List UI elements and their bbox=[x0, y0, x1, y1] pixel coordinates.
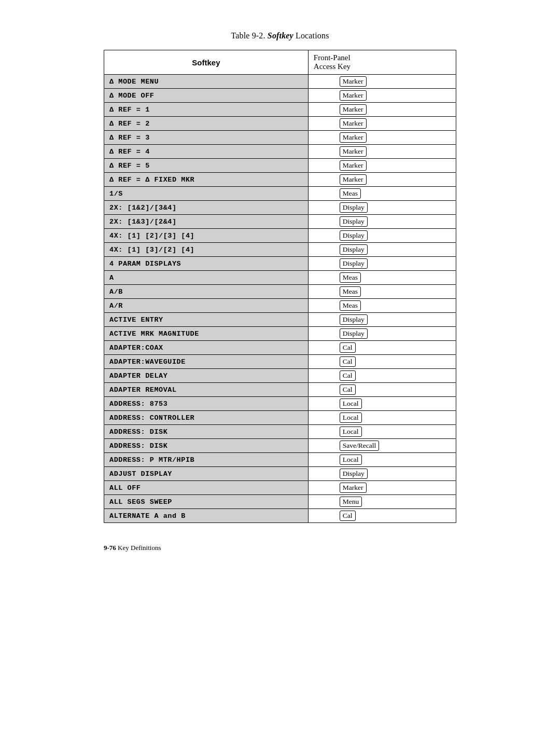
softkey-cell: Δ MODE OFF bbox=[104, 89, 309, 103]
softkey-cell: 4X: [1] [2]/[3] [4] bbox=[104, 229, 309, 243]
access-key-cell: Marker bbox=[308, 481, 456, 495]
access-key-cell: Display bbox=[308, 313, 456, 327]
key-badge: Meas bbox=[340, 286, 361, 297]
access-key-cell: Local bbox=[308, 411, 456, 425]
softkey-cell: ADDRESS: CONTROLLER bbox=[104, 411, 309, 425]
key-badge: Meas bbox=[340, 272, 361, 283]
title-prefix: Table 9-2. bbox=[231, 31, 265, 40]
softkey-cell: ACTIVE MRK MAGNITUDE bbox=[104, 327, 309, 341]
access-key-cell: Marker bbox=[308, 75, 456, 89]
key-badge: Cal bbox=[340, 511, 356, 521]
title-bold: Softkey bbox=[268, 31, 293, 40]
key-badge: Marker bbox=[340, 483, 367, 493]
key-badge: Local bbox=[340, 412, 362, 423]
access-key-cell: Display bbox=[308, 467, 456, 481]
table-row: ADAPTER DELAYCal bbox=[104, 369, 456, 383]
key-badge: Save/Recall bbox=[340, 441, 379, 451]
table-row: ADDRESS: DISKSave/Recall bbox=[104, 439, 456, 453]
table-row: 4X: [1] [2]/[3] [4]Display bbox=[104, 229, 456, 243]
access-key-cell: Save/Recall bbox=[308, 439, 456, 453]
softkey-cell: 2X: [1&2]/[3&4] bbox=[104, 201, 309, 215]
softkey-cell: A bbox=[104, 271, 309, 285]
table-row: Δ REF = Δ FIXED MKRMarker bbox=[104, 173, 456, 187]
access-key-cell: Local bbox=[308, 453, 456, 467]
header-access: Front-Panel Access Key bbox=[308, 50, 456, 75]
access-key-cell: Cal bbox=[308, 341, 456, 355]
table-row: Δ REF = 2Marker bbox=[104, 117, 456, 131]
access-key-cell: Display bbox=[308, 201, 456, 215]
title-suffix: Locations bbox=[293, 31, 329, 40]
key-badge: Meas bbox=[340, 300, 361, 311]
header-softkey: Softkey bbox=[104, 50, 309, 75]
softkey-cell: Δ REF = 4 bbox=[104, 145, 309, 159]
access-key-cell: Marker bbox=[308, 145, 456, 159]
softkey-cell: ADDRESS: DISK bbox=[104, 439, 309, 453]
key-badge: Local bbox=[340, 427, 362, 437]
key-badge: Display bbox=[340, 244, 368, 255]
table-row: 2X: [1&3]/[2&4]Display bbox=[104, 215, 456, 229]
table-row: ADDRESS: P MTR/HPIBLocal bbox=[104, 453, 456, 467]
access-key-cell: Marker bbox=[308, 131, 456, 145]
table-row: 4X: [1] [3]/[2] [4]Display bbox=[104, 243, 456, 257]
table-row: ADDRESS: CONTROLLERLocal bbox=[104, 411, 456, 425]
access-key-cell: Meas bbox=[308, 285, 456, 299]
key-badge: Marker bbox=[340, 160, 367, 171]
table-row: Δ REF = 5Marker bbox=[104, 159, 456, 173]
table-row: Δ MODE OFFMarker bbox=[104, 89, 456, 103]
access-key-cell: Marker bbox=[308, 117, 456, 131]
table-row: ACTIVE MRK MAGNITUDEDisplay bbox=[104, 327, 456, 341]
page-title: Table 9-2. Softkey Locations bbox=[231, 31, 329, 40]
softkey-cell: ALL SEGS SWEEP bbox=[104, 495, 309, 509]
table-row: 4 PARAM DISPLAYSDisplay bbox=[104, 257, 456, 271]
access-key-cell: Display bbox=[308, 327, 456, 341]
softkey-cell: ADAPTER REMOVAL bbox=[104, 383, 309, 397]
access-key-cell: Display bbox=[308, 215, 456, 229]
key-badge: Cal bbox=[340, 384, 356, 395]
softkey-cell: 2X: [1&3]/[2&4] bbox=[104, 215, 309, 229]
table-row: Δ MODE MENUMarker bbox=[104, 75, 456, 89]
access-key-cell: Cal bbox=[308, 383, 456, 397]
table-row: ACTIVE ENTRYDisplay bbox=[104, 313, 456, 327]
softkey-cell: ADAPTER:COAX bbox=[104, 341, 309, 355]
key-badge: Cal bbox=[340, 370, 356, 381]
softkey-cell: ALL OFF bbox=[104, 481, 309, 495]
access-key-cell: Marker bbox=[308, 159, 456, 173]
table-row: ADAPTER:COAXCal bbox=[104, 341, 456, 355]
table-row: ADJUST DISPLAYDisplay bbox=[104, 467, 456, 481]
key-badge: Local bbox=[340, 455, 362, 465]
key-badge: Display bbox=[340, 230, 368, 241]
access-key-cell: Cal bbox=[308, 369, 456, 383]
softkey-cell: 4 PARAM DISPLAYS bbox=[104, 257, 309, 271]
table-row: AMeas bbox=[104, 271, 456, 285]
table-row: Δ REF = 3Marker bbox=[104, 131, 456, 145]
access-key-cell: Marker bbox=[308, 89, 456, 103]
access-key-cell: Meas bbox=[308, 187, 456, 201]
access-key-cell: Display bbox=[308, 243, 456, 257]
softkey-cell: ADDRESS: 8753 bbox=[104, 397, 309, 411]
access-key-cell: Display bbox=[308, 257, 456, 271]
key-badge: Marker bbox=[340, 76, 367, 87]
key-badge: Meas bbox=[340, 188, 361, 199]
softkey-cell: ADDRESS: P MTR/HPIB bbox=[104, 453, 309, 467]
access-key-cell: Marker bbox=[308, 103, 456, 117]
table-row: 2X: [1&2]/[3&4]Display bbox=[104, 201, 456, 215]
key-badge: Display bbox=[340, 216, 368, 227]
footer-text: Key Definitions bbox=[116, 544, 161, 552]
table-row: ADAPTER:WAVEGUIDECal bbox=[104, 355, 456, 369]
table-row: Δ REF = 1Marker bbox=[104, 103, 456, 117]
key-badge: Marker bbox=[340, 118, 367, 129]
softkey-cell: Δ REF = 2 bbox=[104, 117, 309, 131]
key-badge: Display bbox=[340, 258, 368, 269]
access-key-cell: Cal bbox=[308, 509, 456, 523]
access-key-cell: Marker bbox=[308, 173, 456, 187]
access-key-cell: Display bbox=[308, 229, 456, 243]
key-badge: Cal bbox=[340, 342, 356, 353]
softkey-cell: Δ MODE MENU bbox=[104, 75, 309, 89]
softkey-cell: Δ REF = 5 bbox=[104, 159, 309, 173]
table-row: ALL SEGS SWEEPMenu bbox=[104, 495, 456, 509]
access-key-cell: Menu bbox=[308, 495, 456, 509]
table-row: ADDRESS: 8753Local bbox=[104, 397, 456, 411]
key-badge: Marker bbox=[340, 174, 367, 185]
softkey-cell: ACTIVE ENTRY bbox=[104, 313, 309, 327]
table-row: ADDRESS: DISKLocal bbox=[104, 425, 456, 439]
